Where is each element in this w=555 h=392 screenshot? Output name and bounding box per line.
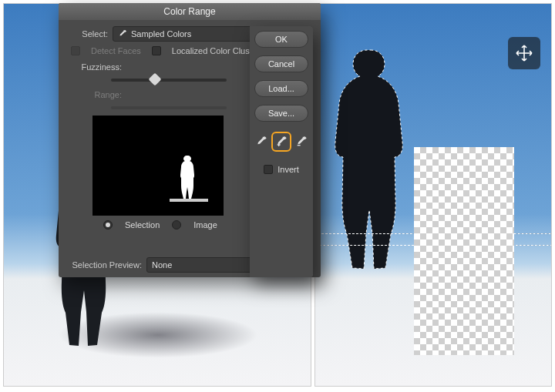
fuzziness-slider[interactable] bbox=[111, 79, 227, 82]
slider-thumb[interactable] bbox=[149, 73, 162, 86]
range-slider bbox=[111, 106, 227, 109]
radio-image[interactable] bbox=[172, 220, 181, 230]
preview-shadow bbox=[170, 199, 208, 202]
localized-clusters-checkbox[interactable] bbox=[152, 46, 161, 55]
move-icon bbox=[515, 44, 533, 62]
radio-selection[interactable] bbox=[103, 220, 113, 230]
eyedropper-icon bbox=[255, 136, 267, 148]
range-label: Range: bbox=[66, 90, 122, 99]
eyedropper-icon bbox=[118, 29, 127, 39]
selection-preview-value: None bbox=[152, 260, 172, 270]
eyedropper-add-icon bbox=[275, 136, 288, 148]
eyedropper-tool[interactable] bbox=[254, 134, 269, 149]
radio-image-label: Image bbox=[193, 220, 217, 230]
eyedropper-subtract-icon bbox=[295, 136, 308, 148]
preview-figure bbox=[177, 154, 199, 200]
ok-button[interactable]: OK bbox=[254, 31, 308, 48]
canvas-workspace: Color Range Select: Sampled Colors ⌄ Det… bbox=[0, 0, 555, 392]
eyedropper-add-tool[interactable] bbox=[274, 134, 289, 149]
eyedropper-subtract-tool[interactable] bbox=[294, 134, 309, 149]
load-label: Load... bbox=[268, 84, 294, 93]
selection-preview-label: Selection Preview: bbox=[65, 260, 142, 270]
eyedropper-group bbox=[254, 134, 309, 149]
detect-faces-checkbox bbox=[71, 46, 80, 55]
load-button[interactable]: Load... bbox=[254, 80, 308, 97]
selection-preview-thumbnail[interactable] bbox=[92, 116, 224, 216]
save-label: Save... bbox=[268, 109, 294, 118]
move-tool-overlay[interactable] bbox=[508, 37, 540, 69]
svg-rect-0 bbox=[414, 147, 514, 355]
select-value: Sampled Colors bbox=[131, 29, 191, 39]
figure-transparent bbox=[414, 147, 514, 355]
invert-label: Invert bbox=[278, 165, 299, 174]
save-button[interactable]: Save... bbox=[254, 105, 308, 122]
ok-label: OK bbox=[275, 35, 288, 44]
cancel-button[interactable]: Cancel bbox=[254, 55, 308, 72]
dialog-button-column: OK Cancel Load... Save... Invert bbox=[250, 26, 313, 277]
dialog-title[interactable]: Color Range bbox=[59, 3, 321, 20]
invert-checkbox[interactable] bbox=[264, 165, 273, 174]
detect-faces-label: Detect Faces bbox=[91, 46, 141, 55]
select-label: Select: bbox=[66, 29, 108, 39]
cancel-label: Cancel bbox=[268, 59, 294, 69]
document-panel-right bbox=[314, 3, 552, 387]
radio-selection-label: Selection bbox=[125, 220, 160, 230]
fuzziness-label: Fuzziness: bbox=[66, 62, 122, 72]
